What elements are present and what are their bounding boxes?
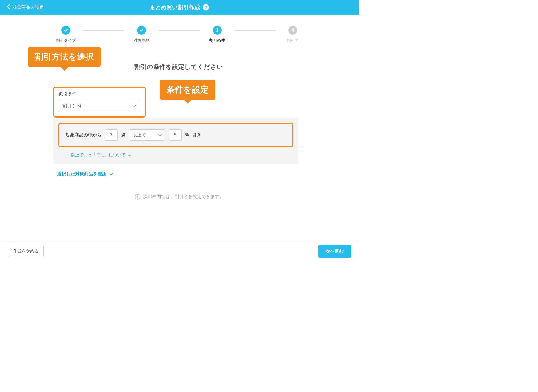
check-icon [137, 26, 146, 35]
step-connector [234, 30, 276, 31]
info-icon: i [135, 194, 140, 200]
chevron-down-icon [132, 103, 136, 108]
step-number-badge: 3 [213, 26, 222, 35]
operator-select[interactable]: 以上で [129, 129, 165, 141]
condition-rule-box: 対象商品の中から 点 以上で % 引き [58, 123, 293, 147]
link-text: 選択した対象商品を確認 [57, 171, 106, 177]
step-connector [83, 30, 125, 31]
percent-unit: % [185, 132, 189, 137]
header-title: まとめ買い割引作成 ? [150, 4, 209, 11]
help-icon[interactable]: ? [203, 4, 209, 10]
condition-panel: 対象商品の中から 点 以上で % 引き 「以上で」と「毎に」について [53, 118, 298, 164]
step-discount-name: 4 割引名 [276, 26, 310, 43]
about-operators-link[interactable]: 「以上で」と「毎に」について [67, 152, 131, 158]
rule-prefix: 対象商品の中から [66, 132, 101, 138]
step-discount-condition: 3 割引条件 [200, 26, 234, 43]
chevron-left-icon [7, 4, 10, 10]
section-heading: 割引の条件を設定してください [134, 63, 305, 71]
callout-set-condition: 条件を設定 [160, 80, 215, 100]
step-target-products: 対象商品 [125, 26, 158, 43]
next-button[interactable]: 次へ進む [318, 245, 351, 258]
step-label: 割引タイプ [56, 38, 76, 43]
callout-select-method: 割引方法を選択 [28, 47, 101, 67]
confirm-products-link[interactable]: 選択した対象商品を確認 [57, 171, 113, 177]
back-button[interactable]: 対象商品の設定 [0, 4, 44, 10]
link-text: 「以上で」と「毎に」について [67, 152, 126, 158]
step-number-badge: 4 [288, 26, 297, 35]
select-value: 割引 (-%) [62, 103, 81, 109]
discount-type-select[interactable]: 割引 (-%) [59, 100, 140, 112]
info-text: 次の画面では、割引名を設定できます。 [143, 194, 224, 200]
chevron-down-icon [109, 172, 113, 177]
back-label: 対象商品の設定 [12, 4, 44, 10]
chevron-down-icon [128, 153, 131, 157]
condition-field-label: 割引条件 [59, 91, 140, 97]
step-connector [158, 30, 200, 31]
percent-input[interactable] [169, 129, 182, 141]
discount-method-box: 割引条件 割引 (-%) [53, 87, 146, 118]
step-label: 対象商品 [134, 38, 149, 43]
header-bar: 対象商品の設定 まとめ買い割引作成 ? [0, 0, 359, 15]
check-icon [61, 26, 70, 35]
step-label: 割引条件 [209, 38, 225, 43]
qty-unit: 点 [121, 132, 126, 138]
main-content: 割引方法を選択 条件を設定 割引の条件を設定してください 割引条件 割引 (-%… [0, 46, 359, 200]
step-label: 割引名 [287, 38, 299, 43]
select-value: 以上で [133, 132, 146, 138]
step-discount-type: 割引タイプ [49, 26, 83, 43]
cancel-button[interactable]: 作成をやめる [8, 246, 44, 257]
footer-bar: 作成をやめる 次へ進む [0, 241, 359, 261]
quantity-input[interactable] [105, 129, 118, 141]
rule-suffix: 引き [192, 132, 201, 138]
chevron-down-icon [158, 132, 162, 137]
page-title: まとめ買い割引作成 [150, 4, 200, 11]
progress-stepper: 割引タイプ 対象商品 3 割引条件 4 割引名 [0, 15, 359, 46]
info-row: i 次の画面では、割引名を設定できます。 [53, 194, 305, 200]
